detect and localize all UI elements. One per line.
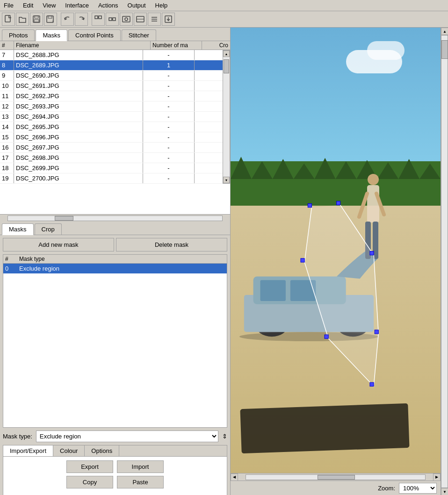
tab-stitcher[interactable]: Stitcher <box>122 29 156 41</box>
vscroll-up-btn[interactable]: ▲ <box>223 50 230 57</box>
toolbar-new-btn[interactable] <box>2 13 15 26</box>
hscroll-thumb[interactable] <box>55 216 73 221</box>
delete-mask-button[interactable]: Delete mask <box>116 238 227 251</box>
toolbar-stitch1-btn[interactable] <box>92 13 105 26</box>
file-list-row[interactable]: 14 DSC_2695.JPG - <box>0 122 223 132</box>
tab-masks-bottom[interactable]: Masks <box>2 223 34 235</box>
top-tab-bar: Photos Masks Control Points Stitcher <box>0 28 230 41</box>
file-list-row[interactable]: 10 DSC_2691.JPG - <box>0 81 223 91</box>
menu-actions[interactable]: Actions <box>96 1 120 10</box>
zoom-select[interactable]: 100% 50% 200% <box>399 483 437 494</box>
file-list-row[interactable]: 13 DSC_2694.JPG - <box>0 112 223 122</box>
file-row-num: 11 <box>0 91 14 101</box>
file-row-num: 14 <box>0 122 14 132</box>
toolbar-list-btn[interactable] <box>148 13 161 26</box>
image-vscrollbar[interactable]: ▲ ▼ <box>441 28 448 495</box>
hscroll-thumb[interactable] <box>318 475 355 480</box>
tab-photos[interactable]: Photos <box>2 29 35 41</box>
hscroll-right-btn[interactable]: ▶ <box>433 473 441 481</box>
file-list-row[interactable]: 11 DSC_2692.JPG - <box>0 91 223 101</box>
file-list-row[interactable]: 15 DSC_2696.JPG - <box>0 132 223 143</box>
menu-view[interactable]: View <box>41 1 58 10</box>
tab-control-points[interactable]: Control Points <box>68 29 121 41</box>
file-list-hscrollbar[interactable] <box>0 214 230 222</box>
control-point-5[interactable] <box>370 251 374 255</box>
vscroll-track[interactable] <box>441 35 448 488</box>
menu-output[interactable]: Output <box>126 1 148 10</box>
mask-type-select[interactable]: Exclude region Include region <box>36 430 218 442</box>
svg-rect-0 <box>5 15 10 22</box>
file-list-vscrollbar[interactable]: ▲ ▼ <box>223 50 230 184</box>
tab-masks[interactable]: Masks <box>36 29 67 41</box>
file-row-filename: DSC_2698.JPG <box>14 153 143 163</box>
vscroll-down-btn[interactable]: ▼ <box>441 488 448 495</box>
zoom-bar: Zoom: 100% 50% 200% <box>231 481 441 495</box>
file-list-row[interactable]: 12 DSC_2693.JPG - <box>0 101 223 112</box>
ie-tab-bar: Import/Export Colour Options <box>3 445 227 456</box>
file-row-crop <box>195 101 223 111</box>
file-row-crop <box>195 163 223 173</box>
toolbar-saveas-btn[interactable]: + <box>44 13 57 26</box>
file-list-row[interactable]: 17 DSC_2698.JPG - <box>0 153 223 163</box>
file-row-crop <box>195 91 223 101</box>
file-row-filename: DSC_2694.JPG <box>14 112 143 122</box>
vscroll-up-btn[interactable]: ▲ <box>441 28 448 35</box>
ie-tab-colour[interactable]: Colour <box>53 445 85 456</box>
toolbar-export-btn[interactable] <box>162 13 175 26</box>
vscroll-track[interactable] <box>223 57 230 177</box>
file-list-row[interactable]: 9 DSC_2690.JPG - <box>0 71 223 81</box>
toolbar-photo2-btn[interactable] <box>134 13 147 26</box>
toolbar-photo-btn[interactable] <box>120 13 133 26</box>
file-row-num: 8 <box>0 60 14 70</box>
control-point-0[interactable] <box>308 203 311 207</box>
file-row-crop <box>195 143 223 152</box>
toolbar-undo-btn[interactable] <box>61 13 74 26</box>
toolbar-open-btn[interactable] <box>16 13 29 26</box>
vscroll-thumb[interactable] <box>224 59 229 73</box>
control-point-2[interactable] <box>325 335 328 338</box>
vscroll-down-btn[interactable]: ▼ <box>223 177 230 183</box>
import-button[interactable]: Import <box>117 460 164 473</box>
hscroll-track[interactable] <box>246 474 426 480</box>
control-point-4[interactable] <box>375 330 378 334</box>
file-row-num: 15 <box>0 132 14 142</box>
toolbar-save-btn[interactable] <box>30 13 43 26</box>
file-row-filename: DSC_2688.JPG <box>14 50 143 60</box>
masks-section: Add new mask Delete mask # Mask type 0 E… <box>0 235 230 495</box>
image-hscrollbar[interactable]: ◀ ▶ <box>231 473 441 481</box>
menu-interface[interactable]: Interface <box>63 1 91 10</box>
svg-text:+: + <box>52 20 54 23</box>
file-list-row[interactable]: 8 DSC_2689.JPG 1 <box>0 60 223 71</box>
file-list-row[interactable]: 19 DSC_2700.JPG - <box>0 173 223 184</box>
ie-tab-options[interactable]: Options <box>85 445 119 456</box>
menu-edit[interactable]: Edit <box>21 1 35 10</box>
toolbar-redo-btn[interactable] <box>75 13 88 26</box>
ie-tab-import-export[interactable]: Import/Export <box>3 445 53 456</box>
control-point-6[interactable] <box>337 201 340 205</box>
menu-file[interactable]: File <box>2 1 15 10</box>
control-point-3[interactable] <box>370 382 374 386</box>
file-row-masks: 1 <box>143 60 195 70</box>
col-header-crop: Cro <box>202 41 230 50</box>
copy-button[interactable]: Copy <box>66 476 113 488</box>
control-point-1[interactable] <box>301 258 304 262</box>
add-mask-button[interactable]: Add new mask <box>3 238 114 251</box>
file-list-row[interactable]: 7 DSC_2688.JPG - <box>0 50 223 60</box>
export-button[interactable]: Export <box>66 460 113 473</box>
file-row-num: 9 <box>0 71 14 80</box>
file-list-body: 7 DSC_2688.JPG - 8 DSC_2689.JPG 1 9 DSC_… <box>0 50 223 184</box>
hscroll-track[interactable] <box>7 215 223 221</box>
paste-button[interactable]: Paste <box>117 476 164 488</box>
toolbar-stitch2-btn[interactable] <box>106 13 119 26</box>
file-list-row[interactable]: 18 DSC_2699.JPG - <box>0 163 223 173</box>
hscroll-left-btn[interactable]: ◀ <box>231 473 238 481</box>
file-row-masks: - <box>143 153 195 163</box>
vscroll-thumb[interactable] <box>441 40 448 59</box>
file-row-num: 18 <box>0 163 14 173</box>
mask-list-item[interactable]: 0 Exclude region <box>3 264 227 273</box>
file-list-row[interactable]: 16 DSC_2697.JPG - <box>0 143 223 153</box>
menu-help[interactable]: Help <box>153 1 170 10</box>
file-row-crop <box>195 153 223 163</box>
tab-crop[interactable]: Crop <box>35 223 62 235</box>
file-row-filename: DSC_2697.JPG <box>14 143 143 152</box>
